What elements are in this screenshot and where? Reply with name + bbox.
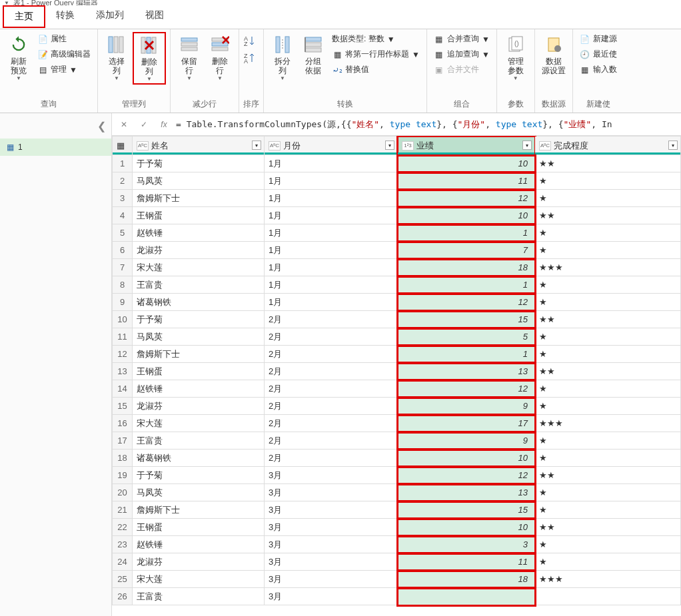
- cell[interactable]: ★★: [535, 467, 681, 484]
- cell[interactable]: ★★: [535, 363, 681, 380]
- cell[interactable]: 2月: [265, 432, 398, 450]
- cell[interactable]: 赵铁锤: [133, 224, 265, 242]
- table-row[interactable]: 7宋大莲1月18★★★: [113, 259, 681, 276]
- cell[interactable]: ★: [535, 172, 681, 190]
- table-row[interactable]: 14赵铁锤2月12★: [113, 380, 681, 398]
- manage-button[interactable]: ▤管理 ▼: [35, 63, 93, 77]
- cell[interactable]: 1: [398, 346, 535, 363]
- row-number[interactable]: 1: [113, 155, 133, 172]
- cell[interactable]: 诸葛钢铁: [133, 294, 265, 311]
- tab-home[interactable]: 主页: [3, 5, 45, 28]
- filter-icon[interactable]: ▾: [252, 141, 261, 150]
- cell[interactable]: 3月: [265, 588, 398, 605]
- cell[interactable]: 1月: [265, 259, 398, 276]
- cell[interactable]: 3月: [265, 571, 398, 588]
- cell[interactable]: 1月: [265, 224, 398, 242]
- cell[interactable]: ★: [535, 501, 681, 519]
- table-row[interactable]: 5赵铁锤1月1★: [113, 224, 681, 242]
- merge-queries-button[interactable]: ▦合并查询 ▼: [431, 32, 492, 46]
- table-row[interactable]: 12詹姆斯下士2月1★: [113, 346, 681, 363]
- table-row[interactable]: 22王钢蛋3月10★★: [113, 519, 681, 536]
- cell[interactable]: [535, 588, 681, 605]
- cell[interactable]: 1月: [265, 294, 398, 311]
- tab-view[interactable]: 视图: [135, 5, 175, 25]
- cell[interactable]: 15: [398, 311, 535, 328]
- replace-values-button[interactable]: ⤾₂替换值: [329, 63, 422, 77]
- cell[interactable]: 3月: [265, 501, 398, 519]
- sort-descending-button[interactable]: ZA: [243, 52, 257, 65]
- select-all-corner[interactable]: ▦: [113, 137, 133, 155]
- cell[interactable]: 1: [398, 276, 535, 294]
- cell[interactable]: 9: [398, 398, 535, 415]
- cell[interactable]: ★★★: [535, 571, 681, 588]
- cell[interactable]: 2月: [265, 346, 398, 363]
- row-number[interactable]: 25: [113, 571, 133, 588]
- cell[interactable]: 詹姆斯下士: [133, 190, 265, 207]
- table-row[interactable]: 18诸葛钢铁2月10★: [113, 450, 681, 467]
- cell[interactable]: 于予菊: [133, 311, 265, 328]
- table-row[interactable]: 19于予菊3月12★★: [113, 467, 681, 484]
- split-column-button[interactable]: 拆分 列 ▼: [268, 32, 297, 83]
- chevron-down-icon[interactable]: ▼: [4, 0, 9, 5]
- cell[interactable]: ★: [535, 242, 681, 259]
- table-row[interactable]: 10于予菊2月15★★: [113, 311, 681, 328]
- cell[interactable]: 2月: [265, 450, 398, 467]
- table-row[interactable]: 9诸葛钢铁1月12★: [113, 294, 681, 311]
- cell[interactable]: 2月: [265, 380, 398, 398]
- number-type-icon[interactable]: 1²3: [402, 141, 414, 151]
- cell[interactable]: ★★: [535, 519, 681, 536]
- row-number[interactable]: 20: [113, 484, 133, 501]
- cell[interactable]: 龙淑芬: [133, 553, 265, 571]
- table-row[interactable]: 23赵铁锤3月3★: [113, 536, 681, 553]
- table-row[interactable]: 3詹姆斯下士1月12★: [113, 190, 681, 207]
- row-number[interactable]: 19: [113, 467, 133, 484]
- table-row[interactable]: 26王富贵3月: [113, 588, 681, 605]
- row-number[interactable]: 16: [113, 415, 133, 432]
- cell[interactable]: ★★★: [535, 415, 681, 432]
- row-number[interactable]: 6: [113, 242, 133, 259]
- row-number[interactable]: 8: [113, 276, 133, 294]
- cell[interactable]: ★: [535, 328, 681, 346]
- enter-data-button[interactable]: ▦输入数: [577, 63, 620, 77]
- row-number[interactable]: 3: [113, 190, 133, 207]
- refresh-preview-button[interactable]: 刷新 预览 ▼: [4, 32, 33, 83]
- row-number[interactable]: 12: [113, 346, 133, 363]
- row-number[interactable]: 18: [113, 450, 133, 467]
- cell[interactable]: 宋大莲: [133, 415, 265, 432]
- cell[interactable]: 3月: [265, 536, 398, 553]
- cell[interactable]: 13: [398, 363, 535, 380]
- append-queries-button[interactable]: ▦追加查询 ▼: [431, 47, 492, 61]
- cell[interactable]: ★: [535, 276, 681, 294]
- cell[interactable]: 3: [398, 536, 535, 553]
- table-row[interactable]: 21詹姆斯下士3月15★: [113, 501, 681, 519]
- fx-icon[interactable]: fx: [156, 117, 172, 133]
- cell[interactable]: 10: [398, 450, 535, 467]
- cell[interactable]: 9: [398, 432, 535, 450]
- cell[interactable]: 11: [398, 172, 535, 190]
- tab-transform[interactable]: 转换: [45, 5, 85, 25]
- cell[interactable]: ★: [535, 432, 681, 450]
- group-by-button[interactable]: 分组 依据: [299, 32, 328, 78]
- table-row[interactable]: 4王钢蛋1月10★★: [113, 207, 681, 224]
- cell[interactable]: 15: [398, 501, 535, 519]
- cell[interactable]: ★★: [535, 155, 681, 172]
- text-type-icon[interactable]: AᴮC: [137, 141, 149, 151]
- column-header-month[interactable]: AᴮC月份▾: [265, 137, 398, 155]
- filter-icon[interactable]: ▾: [522, 141, 532, 150]
- cell[interactable]: 王钢蛋: [133, 207, 265, 224]
- cell[interactable]: 龙淑芬: [133, 398, 265, 415]
- cell[interactable]: 12: [398, 380, 535, 398]
- row-number[interactable]: 7: [113, 259, 133, 276]
- cell[interactable]: ★: [535, 346, 681, 363]
- query-item[interactable]: ▦ 1: [0, 139, 111, 156]
- cell[interactable]: 18: [398, 259, 535, 276]
- table-row[interactable]: 25宋大莲3月18★★★: [113, 571, 681, 588]
- table-row[interactable]: 1于予菊1月10★★: [113, 155, 681, 172]
- cell[interactable]: [398, 588, 535, 605]
- table-row[interactable]: 8王富贵1月1★: [113, 276, 681, 294]
- cell[interactable]: ★: [535, 398, 681, 415]
- cell[interactable]: 赵铁锤: [133, 536, 265, 553]
- apply-formula-button[interactable]: ✓: [136, 117, 152, 133]
- cell[interactable]: 10: [398, 155, 535, 172]
- cell[interactable]: ★: [535, 484, 681, 501]
